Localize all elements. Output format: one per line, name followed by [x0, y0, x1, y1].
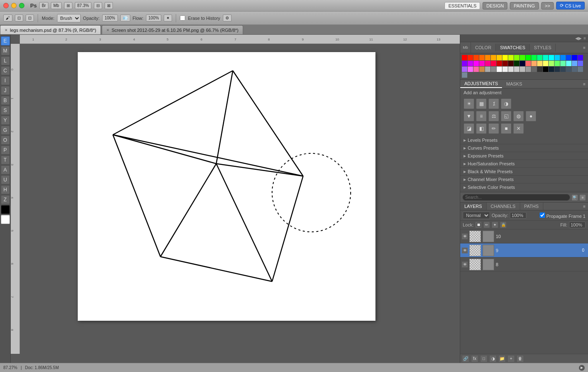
swatch[interactable] [531, 67, 537, 72]
brush-tool-button[interactable]: 🖌 [3, 14, 12, 21]
preset-search-icon[interactable]: 🔍 [571, 194, 578, 201]
swatch[interactable] [572, 55, 577, 60]
levels-icon[interactable]: ▦ [476, 98, 487, 109]
adjustments-panel-menu[interactable]: ≡ [581, 81, 588, 88]
swatch[interactable] [514, 67, 519, 72]
swatch[interactable] [485, 61, 490, 66]
opacity-input[interactable] [510, 212, 526, 219]
preset-channel-mixer[interactable]: ▶ Channel Mixer Presets [460, 176, 588, 184]
brightness-icon[interactable]: ☀ [464, 98, 474, 109]
screen-layout-button[interactable]: ⊟ [94, 2, 102, 9]
swatch[interactable] [537, 55, 543, 60]
swatch[interactable] [485, 55, 490, 60]
swatch[interactable] [514, 61, 519, 66]
posterize-icon[interactable]: ◧ [476, 123, 487, 134]
bridge-button[interactable]: Br [39, 2, 48, 9]
exposure-icon[interactable]: ◑ [501, 98, 512, 109]
channels-tab[interactable]: CHANNELS [487, 203, 520, 210]
swatch[interactable] [462, 55, 467, 60]
swatch[interactable] [555, 61, 560, 66]
background-color[interactable] [1, 215, 10, 224]
pen-tool[interactable]: P [1, 145, 10, 155]
panel-menu-icon[interactable]: ≡ [583, 36, 586, 41]
threshold-icon[interactable]: ✏ [488, 123, 499, 134]
swatch[interactable] [491, 61, 496, 66]
layer-row-9[interactable]: 👁 9 0 [460, 243, 588, 258]
swatch[interactable] [502, 67, 508, 72]
swatch[interactable] [566, 55, 571, 60]
panel-mini-icon[interactable]: Mb [460, 42, 471, 53]
zoom-control[interactable]: 87.3% [75, 2, 91, 9]
brush-options-button[interactable]: ⊡ [26, 14, 34, 21]
swatch[interactable] [473, 61, 479, 66]
swatch[interactable] [566, 67, 571, 72]
swatch[interactable] [520, 55, 525, 60]
mode-select[interactable]: Brush [57, 14, 81, 22]
layer-9-eye[interactable]: 👁 [462, 248, 468, 253]
swatch[interactable] [508, 67, 514, 72]
tab-0-close[interactable]: ✕ [5, 28, 8, 32]
swatch[interactable] [578, 67, 583, 72]
swatch[interactable] [468, 61, 473, 66]
brush-tool[interactable]: B [1, 96, 10, 105]
curves-icon[interactable]: ⁒ [488, 98, 499, 109]
crop-tool[interactable]: C [1, 66, 10, 75]
preset-options-icon[interactable]: ≡ [579, 194, 586, 201]
fill-input[interactable] [569, 222, 586, 228]
cs-live-button[interactable]: ⟳ CS Live [556, 2, 585, 10]
lock-all-btn[interactable]: 🔒 [500, 222, 507, 228]
swatch[interactable] [462, 72, 467, 78]
color-balance-icon[interactable]: ⚖ [488, 111, 499, 122]
tablet-pressure-button[interactable]: ✦ [164, 14, 172, 21]
swatch[interactable] [491, 55, 496, 60]
gradient-tool[interactable]: G [1, 126, 10, 135]
eraser-tool[interactable]: E [1, 36, 10, 45]
preset-exposure[interactable]: ▶ Exposure Presets [460, 152, 588, 160]
swatch[interactable] [497, 61, 502, 66]
swatch[interactable] [468, 55, 473, 60]
airbrush-button[interactable]: 💨 [120, 14, 130, 21]
selective-color-icon[interactable]: ✕ [513, 123, 524, 134]
lasso-tool[interactable]: L [1, 56, 10, 65]
swatch[interactable] [485, 67, 490, 72]
layer-mask-btn[interactable]: □ [480, 355, 488, 362]
swatch[interactable] [508, 55, 514, 60]
preset-search-input[interactable] [462, 194, 570, 201]
close-button[interactable] [3, 3, 9, 8]
type-tool[interactable]: T [1, 155, 10, 165]
swatch[interactable] [473, 55, 479, 60]
lock-transparency-btn[interactable]: 🔲 [475, 222, 482, 228]
nav-essentials[interactable]: ESSENTIALS [445, 2, 480, 10]
history-settings-button[interactable]: ⚙ [223, 14, 232, 21]
swatches-tab[interactable]: SWATCHES [496, 44, 530, 51]
color-panel-menu[interactable]: ≡ [581, 44, 588, 51]
status-arrow-btn[interactable]: ▶ [579, 365, 585, 371]
styles-tab[interactable]: STYLES [530, 44, 556, 51]
swatch[interactable] [560, 67, 566, 72]
swatch[interactable] [479, 67, 485, 72]
swatch[interactable] [502, 61, 508, 66]
view-mode-button[interactable]: ⊠ [105, 2, 113, 9]
preset-bw[interactable]: ▶ Black & White Presets [460, 168, 588, 176]
preset-curves[interactable]: ▶ Curves Presets [460, 144, 588, 152]
swatch[interactable] [549, 67, 554, 72]
foreground-color[interactable] [1, 205, 10, 214]
tab-0[interactable]: ✕ legs mechanism.psd @ 87.3% (9, RGB/8*) [0, 25, 101, 34]
adjustments-tab[interactable]: ADJUSTMENTS [460, 80, 502, 88]
nav-painting[interactable]: PAINTING [510, 2, 538, 10]
swatch[interactable] [543, 61, 548, 66]
vibrance-icon[interactable]: ▼ [464, 111, 474, 122]
swatch[interactable] [572, 61, 577, 66]
opacity-value[interactable]: 100% [102, 14, 118, 21]
swatch[interactable] [555, 67, 560, 72]
swatch[interactable] [537, 61, 543, 66]
zoom-tool[interactable]: Z [1, 195, 10, 204]
layer-link-btn[interactable]: 🔗 [462, 355, 469, 362]
layer-row-8[interactable]: 👁 8 [460, 258, 588, 272]
swatch[interactable] [508, 61, 514, 66]
swatch[interactable] [479, 61, 485, 66]
swatch[interactable] [543, 67, 548, 72]
selection-tool[interactable]: M [1, 46, 10, 55]
swatch[interactable] [497, 67, 502, 72]
bw-icon[interactable]: ◱ [501, 111, 512, 122]
